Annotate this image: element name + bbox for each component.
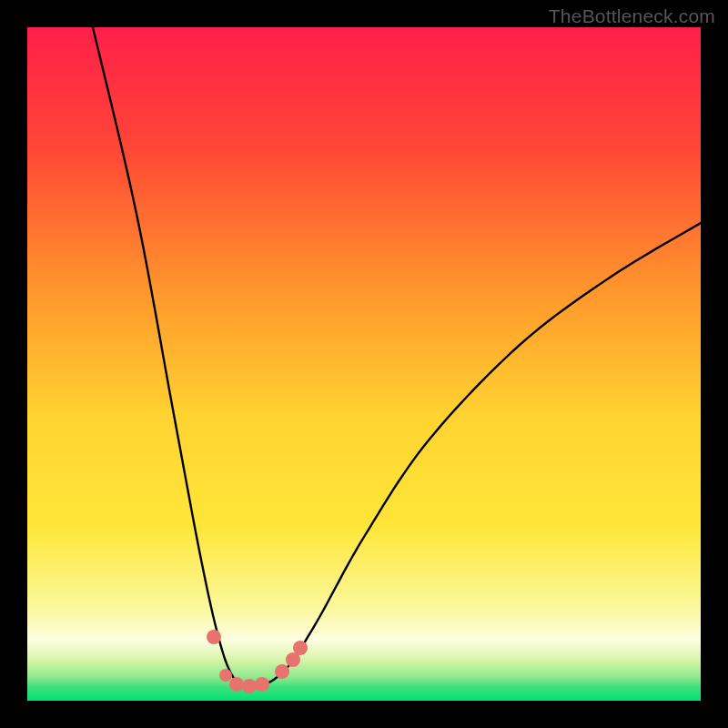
curve-marker bbox=[275, 664, 289, 679]
curve-marker bbox=[293, 641, 308, 655]
curve-marker bbox=[219, 669, 232, 682]
curve-marker bbox=[229, 677, 244, 692]
curve-marker bbox=[255, 677, 269, 692]
curve-markers bbox=[207, 630, 308, 693]
curve-marker bbox=[207, 630, 221, 644]
chart-frame: TheBottleneck.com bbox=[0, 0, 728, 728]
watermark-text: TheBottleneck.com bbox=[549, 5, 715, 27]
bottleneck-curve bbox=[27, 27, 701, 701]
curve-marker bbox=[242, 679, 257, 693]
plot-area bbox=[27, 27, 701, 701]
